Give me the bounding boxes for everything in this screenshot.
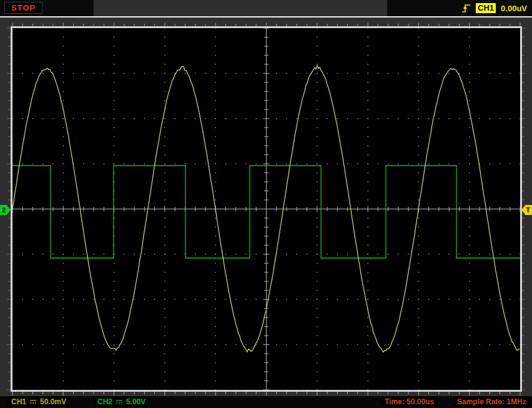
timebase-value: Time: 50.00us (385, 397, 434, 406)
trigger-source-badge[interactable]: CH1 (476, 3, 496, 13)
trigger-level-marker[interactable]: T (521, 205, 532, 215)
ch2-label: CH2 (97, 397, 112, 406)
oscilloscope-window: STOP CH1 0.00uV 2 T CH1 (0, 0, 532, 408)
ch1-scale-box[interactable]: CH1 50.0mV (7, 397, 70, 407)
trigger-marker-label: T (526, 205, 530, 215)
dc-coupling-icon (29, 397, 37, 406)
ch1-scale-value: 50.0mV (40, 397, 66, 406)
dc-coupling-icon (116, 397, 123, 406)
waveform-canvas (12, 28, 520, 390)
scope-graticule-frame (11, 26, 522, 392)
trigger-level-readout: 0.00uV (501, 4, 527, 13)
toolbar-separator (0, 16, 532, 17)
ch1-label: CH1 (11, 397, 26, 406)
rising-edge-trigger-icon (461, 3, 471, 14)
stop-button[interactable]: STOP (4, 2, 42, 14)
sample-rate-readout: Sample Rate: 1MHz (453, 397, 530, 407)
timebase-readout: Time: 50.00us (381, 397, 438, 407)
ch2-scale-box[interactable]: CH2 5.00V (94, 397, 149, 407)
status-bar: CH1 50.0mV CH2 5.00V Time: 50.00us (0, 396, 532, 408)
ch2-scale-value: 5.00V (126, 397, 145, 406)
sample-rate-value: Sample Rate: 1MHz (457, 397, 526, 406)
ch2-ground-marker[interactable]: 2 (0, 205, 11, 215)
trigger-status-panel: CH1 0.00uV (387, 0, 532, 16)
ch2-marker-label: 2 (2, 205, 6, 215)
